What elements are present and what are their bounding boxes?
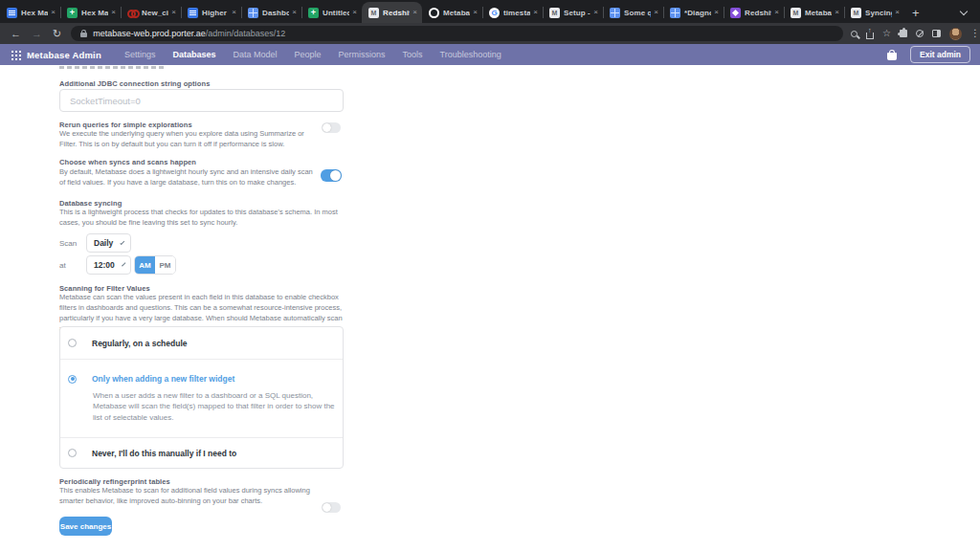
browser-tab[interactable]: Syncing a× (844, 2, 904, 23)
bookmark-star-icon[interactable]: ☆ (882, 29, 891, 38)
close-icon[interactable]: × (351, 8, 358, 17)
nav-item-permissions[interactable]: Permissions (339, 50, 386, 59)
refingerprint-label: Periodically refingerprint tables (59, 477, 170, 486)
browser-tab[interactable]: Hex Map× (60, 2, 121, 23)
exit-admin-button[interactable]: Exit admin (910, 46, 970, 63)
scan-frequency-value: Daily (94, 238, 113, 248)
option-label: Regularly, on a schedule (92, 339, 188, 348)
admin-brand: Metabase Admin (27, 50, 101, 60)
refingerprint-desc: This enables Metabase to scan for additi… (59, 486, 329, 507)
browser-tab[interactable]: Metabase× (784, 2, 844, 23)
spreadsheet-icon (67, 8, 78, 18)
at-label: at (59, 261, 66, 270)
tab-title: Metabas (443, 9, 470, 17)
nav-item-databases[interactable]: Databases (172, 50, 215, 59)
browser-tab[interactable]: Untitled× (301, 2, 362, 23)
browser-tab[interactable]: Setup - S× (543, 2, 603, 23)
metabase-logo-icon[interactable] (11, 50, 21, 60)
new-tab-button[interactable]: + (912, 4, 920, 23)
browser-tab[interactable]: timestam× (482, 2, 543, 23)
pm-button[interactable]: PM (155, 256, 175, 274)
close-icon[interactable]: × (50, 8, 56, 17)
close-icon[interactable]: × (713, 8, 720, 17)
tab-title: Some qu (624, 9, 651, 17)
radio-selected-icon[interactable] (68, 375, 77, 384)
database-syncing-desc: This is a lightweight process that check… (59, 208, 339, 229)
grid-icon (248, 8, 258, 18)
extensions-puzzle-icon[interactable] (900, 30, 907, 37)
radio-icon[interactable] (68, 449, 77, 457)
share-icon[interactable] (866, 33, 874, 39)
rerun-queries-desc: We execute the underlying query when you… (59, 129, 323, 150)
nav-item-people[interactable]: People (295, 50, 322, 59)
close-icon[interactable]: × (653, 8, 659, 17)
save-changes-button[interactable]: Save changes (59, 517, 112, 536)
lock-icon[interactable] (80, 33, 87, 37)
option-row: Only when adding a new filter widget (68, 374, 234, 384)
adblock-icon[interactable] (916, 30, 924, 37)
browser-tab[interactable]: Redshift× (724, 2, 784, 23)
database-settings-page: Additional JDBC connection string option… (0, 65, 980, 551)
store-bag-icon[interactable] (887, 53, 897, 60)
close-icon[interactable]: × (291, 8, 298, 17)
option-never-manual[interactable]: Never, I'll do this manually if I need t… (60, 438, 343, 468)
browser-tab[interactable]: Dashboa× (241, 2, 301, 23)
rerun-queries-toggle[interactable] (322, 122, 341, 133)
scan-frequency-select[interactable]: Daily (86, 233, 131, 253)
option-regular-schedule[interactable]: Regularly, on a schedule (60, 327, 343, 360)
browser-tab[interactable]: Some qu× (603, 2, 663, 23)
option-label: Only when adding a new filter widget (92, 374, 234, 384)
zoom-icon[interactable] (851, 31, 858, 37)
database-syncing-label: Database syncing (59, 199, 122, 208)
scan-label: Scan (59, 239, 77, 248)
close-icon[interactable]: × (472, 8, 479, 17)
tab-title: Dashboa (262, 9, 289, 17)
grid-icon (670, 8, 680, 18)
close-icon[interactable]: × (894, 8, 901, 17)
tab-title: New_city (142, 9, 168, 17)
browser-tab[interactable]: New_city× (121, 2, 181, 23)
close-icon[interactable]: × (834, 8, 840, 17)
nav-item-settings[interactable]: Settings (124, 50, 156, 59)
browser-tab[interactable]: Hex Map× (0, 2, 60, 23)
browser-tab[interactable]: Metabas× (422, 2, 482, 23)
option-on-filter-widget[interactable]: Only when adding a new filter widget Whe… (60, 360, 343, 438)
close-icon[interactable]: × (773, 8, 780, 17)
am-button[interactable]: AM (135, 256, 155, 274)
radio-icon[interactable] (68, 339, 77, 347)
forward-icon[interactable]: → (32, 29, 42, 39)
reload-icon[interactable]: ↻ (53, 29, 61, 39)
jdbc-options-input[interactable] (59, 89, 344, 112)
close-icon[interactable]: × (231, 8, 237, 17)
tab-search-chevron-icon[interactable] (960, 8, 968, 15)
url-path: /admin/databases/12 (206, 29, 286, 38)
menu-kebab-icon[interactable]: ⋮ (970, 29, 980, 38)
tab-title: Redshift (383, 9, 410, 17)
google-icon (489, 8, 500, 18)
browser-toolbar: ← → ↻ metabase-web.prod.porter.ae/admin/… (0, 23, 980, 44)
nav-item-troubleshooting[interactable]: Troubleshooting (440, 50, 501, 59)
close-icon[interactable]: × (592, 8, 599, 17)
syncs-scans-toggle[interactable] (321, 169, 342, 182)
tab-title: Hex Map (21, 9, 48, 17)
scan-time-select[interactable]: 12:00 (86, 255, 131, 275)
profile-avatar[interactable] (949, 28, 962, 40)
spreadsheet-icon (308, 8, 319, 18)
infinity-icon (127, 8, 138, 18)
close-icon[interactable]: × (170, 8, 177, 17)
tab-title: Untitled (323, 9, 349, 17)
close-icon[interactable]: × (110, 8, 117, 17)
chevron-down-icon (121, 240, 124, 244)
address-bar[interactable]: metabase-web.prod.porter.ae/admin/databa… (71, 26, 843, 41)
url-text[interactable]: metabase-web.prod.porter.ae/admin/databa… (93, 29, 285, 38)
scan-time-value: 12:00 (94, 260, 115, 270)
browser-tab[interactable]: Higher W× (181, 2, 241, 23)
nav-item-tools[interactable]: Tools (403, 50, 423, 59)
nav-item-data-model[interactable]: Data Model (234, 50, 278, 59)
close-icon[interactable]: × (532, 8, 539, 17)
sidebar-icon[interactable] (932, 30, 941, 37)
browser-tab[interactable]: *Diagnos× (663, 2, 724, 23)
back-icon[interactable]: ← (11, 29, 21, 39)
browser-tab-active[interactable]: Redshift× (362, 2, 422, 23)
close-icon[interactable]: × (412, 8, 418, 17)
